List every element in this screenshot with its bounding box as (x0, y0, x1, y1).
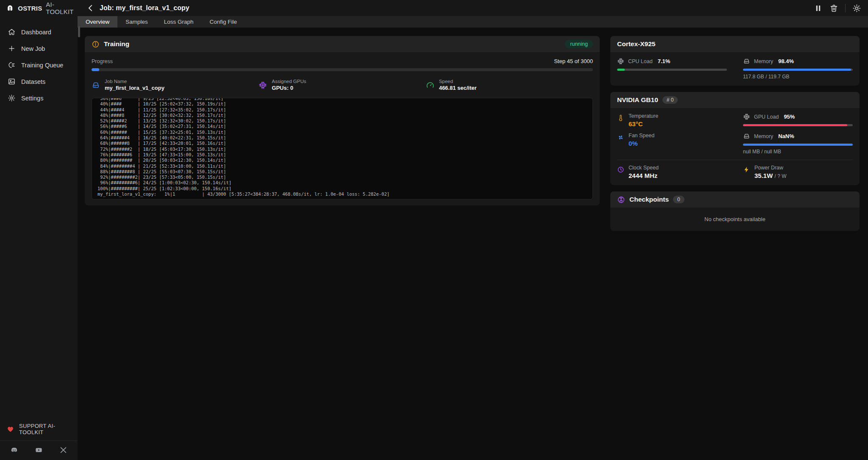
terminal-line: 56%|#####6 | 14/25 [35:02<27:31, 150.14s… (97, 124, 587, 129)
terminal-line: 72%|#######2 | 18/25 [45:03<17:30, 150.1… (97, 147, 587, 152)
checkpoints-title: Checkpoints (629, 196, 669, 203)
sidebar-item-label: Datasets (21, 78, 45, 85)
sidebar-item-label: Training Queue (21, 62, 63, 69)
stat-job-name: Job Name my_first_lora_v1_copy (92, 79, 259, 91)
cpu-memory-detail: 117.8 GB / 119.7 GB (743, 74, 853, 80)
training-card: Training running Progress Step 45 of 300… (85, 36, 600, 205)
stat-value: my_first_lora_v1_copy (105, 85, 164, 91)
gpu-card: NVIDIA GB10 # 0 Temperature 63°C (610, 92, 860, 185)
tab-label: Samples (125, 19, 148, 25)
cpu-load-label: CPU Load (628, 58, 653, 64)
thermometer-icon (617, 114, 624, 122)
stat-value: 466.81 sec/iter (439, 85, 477, 91)
hard-drive-icon (92, 81, 100, 89)
temperature-value: 63°C (629, 120, 658, 127)
settings-button[interactable] (852, 4, 861, 13)
sidebar-item-label: Dashboard (21, 29, 51, 36)
sidebar-item-new-job[interactable]: New Job (0, 40, 78, 57)
terminal-line: my_first_lora_v1_copy: 1%|1 | 43/3000 [5… (97, 191, 587, 197)
terminal-line: 76%|#######6 | 19/25 [47:33<15:00, 150.1… (97, 152, 587, 158)
x-icon[interactable] (59, 446, 67, 454)
back-button[interactable] (86, 3, 95, 13)
hard-drive-icon (743, 133, 750, 140)
clock-icon (617, 166, 624, 173)
clock-speed-value: 2444 MHz (629, 172, 659, 179)
terminal-line: 40%|#### | 10/25 [25:02<37:32, 150.19s/i… (97, 101, 587, 107)
brain-icon (617, 196, 625, 204)
sidebar-item-settings[interactable]: Settings (0, 90, 78, 106)
tab-label: Overview (86, 19, 109, 25)
stat-label: Assigned GPUs (272, 79, 306, 84)
cpu-memory-label: Memory (754, 58, 773, 64)
home-icon (8, 28, 16, 36)
main-area: Overview Samples Loss Graph Config File … (78, 16, 868, 460)
gear-icon (852, 4, 861, 13)
terminal-line: 100%|##########| 25/25 [1:02:33<00:00, 1… (97, 186, 587, 191)
gpu-memory-bar (743, 144, 853, 146)
support-link[interactable]: SUPPORT AI-TOOLKIT (0, 418, 78, 441)
hard-drive-icon (743, 58, 750, 65)
sidebar-item-datasets[interactable]: Datasets (0, 73, 78, 90)
progress-label: Progress (92, 58, 113, 64)
brand[interactable]: OSTRIS AI-TOOLKIT (0, 1, 78, 15)
clock-speed-label: Clock Speed (629, 165, 659, 171)
cpu-card-title: Cortex-X925 (617, 40, 655, 48)
terminal-line: 52%|#####2 | 13/25 [32:32<30:02, 150.17s… (97, 118, 587, 124)
tab-config-file[interactable]: Config File (202, 16, 245, 28)
pause-job-button[interactable] (814, 4, 823, 13)
temperature-label: Temperature (629, 113, 658, 119)
gpu-memory-detail: null MB / null MB (743, 149, 853, 155)
cpu-memory-value: 98.4% (778, 58, 794, 64)
gpu-clock-speed: Clock Speed 2444 MHz (617, 165, 727, 179)
chevron-left-icon (86, 3, 95, 13)
youtube-icon[interactable] (35, 446, 43, 454)
cpu-card: Cortex-X925 CPU Load 7.1% (610, 36, 860, 86)
fan-speed-value: 0% (629, 140, 654, 147)
power-draw-limit: / ? W (775, 173, 787, 179)
gpu-load-bar (743, 124, 847, 126)
terminal-line: 48%|####8 | 12/25 [30:02<32:32, 150.17s/… (97, 113, 587, 118)
info-icon (92, 40, 100, 48)
stat-speed: Speed 466.81 sec/iter (426, 79, 593, 91)
terminal-line: 68%|######8 | 17/25 [42:33<20:01, 150.16… (97, 141, 587, 146)
gpu-temperature: Temperature 63°C (617, 113, 727, 127)
top-bar: OSTRIS AI-TOOLKIT Job: my_first_lora_v1_… (0, 0, 868, 16)
power-draw-label: Power Draw (754, 165, 787, 171)
delete-job-button[interactable] (829, 4, 838, 13)
app-window: OSTRIS AI-TOOLKIT Job: my_first_lora_v1_… (0, 0, 868, 460)
step-counter: Step 45 of 3000 (554, 58, 593, 64)
discord-icon[interactable] (10, 446, 18, 454)
sidebar-item-training-queue[interactable]: Training Queue (0, 57, 78, 73)
cpu-load-meter: CPU Load 7.1% (617, 58, 727, 80)
gpu-load-value: 95% (784, 114, 795, 120)
terminal-line: 84%|########4 | 21/25 [52:33<10:00, 150.… (97, 163, 587, 169)
scrollbar-thumb[interactable] (78, 26, 80, 37)
pause-icon (814, 4, 823, 13)
sidebar-item-dashboard[interactable]: Dashboard (0, 24, 78, 40)
tab-overview[interactable]: Overview (78, 16, 117, 28)
heart-icon (7, 425, 14, 433)
gpu-index-badge: # 0 (662, 96, 678, 104)
gear-icon (8, 94, 16, 102)
training-progress-fill (92, 68, 99, 71)
terminal-line: 80%|######## | 20/25 [50:03<12:30, 150.1… (97, 158, 587, 163)
checkpoints-count-badge: 0 (673, 196, 684, 203)
gpu-chip-icon (743, 113, 750, 120)
page-title: Job: my_first_lora_v1_copy (100, 4, 189, 12)
cpu-memory-bar (743, 69, 851, 71)
tab-samples[interactable]: Samples (117, 16, 156, 28)
training-progress-bar (92, 68, 593, 71)
gpu-load-label: GPU Load (754, 114, 779, 120)
cpu-load-value: 7.1% (658, 58, 670, 64)
terminal-line: 60%|###### | 15/25 [37:32<25:01, 150.13s… (97, 130, 587, 135)
gpu-fan-speed: Fan Speed 0% (617, 133, 727, 155)
tab-bar: Overview Samples Loss Graph Config File (78, 16, 868, 28)
gpu-memory-label: Memory (754, 133, 773, 139)
gpu-load-meter: GPU Load 95% (743, 113, 853, 127)
tab-loss-graph[interactable]: Loss Graph (156, 16, 202, 28)
support-label: SUPPORT AI-TOOLKIT (19, 423, 71, 435)
training-log[interactable]: 36%|###6 | 9/25 [22:32<40:03, 150.18s/it… (92, 98, 593, 200)
brand-suffix: AI-TOOLKIT (46, 1, 78, 15)
gpu-memory-meter: Memory NaN% null MB / null MB (743, 133, 853, 155)
checkpoints-card: Checkpoints 0 No checkpoints available (610, 191, 860, 231)
